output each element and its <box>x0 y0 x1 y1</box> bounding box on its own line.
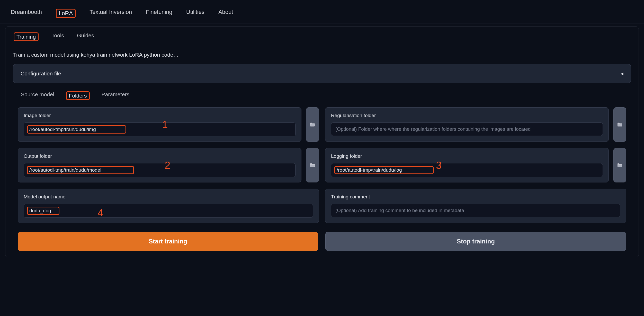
model-name-field: Model output name 4 <box>18 189 319 223</box>
reg-folder-input[interactable] <box>331 122 603 136</box>
training-comment-input[interactable] <box>331 204 620 217</box>
innertab-folders-highlight: Folders <box>66 91 90 100</box>
logging-folder-browse-button[interactable] <box>613 148 626 182</box>
folder-icon <box>617 163 623 168</box>
logging-folder-input[interactable] <box>335 167 433 173</box>
model-name-label: Model output name <box>24 194 313 200</box>
output-folder-field: Output folder 2 <box>18 148 301 182</box>
model-name-input[interactable] <box>28 207 59 214</box>
tab-lora-highlight: LoRA <box>56 9 76 18</box>
reg-folder-browse-button[interactable] <box>613 107 626 142</box>
config-file-accordion[interactable]: Configuration file ◀ <box>13 64 631 83</box>
logging-folder-highlight <box>334 166 434 174</box>
tab-lora[interactable]: LoRA <box>54 6 77 23</box>
config-file-label: Configuration file <box>21 71 61 77</box>
subtab-training-highlight: Training <box>14 32 39 41</box>
tab-about[interactable]: About <box>217 6 235 23</box>
folder-rows: Image folder 1 Regularisation folder <box>5 105 639 223</box>
output-folder-input[interactable] <box>28 167 133 173</box>
model-name-highlight <box>27 207 59 215</box>
inner-tabs: Source model Folders Parameters <box>5 83 639 105</box>
image-folder-highlight <box>27 125 126 134</box>
description-text: Train a custom model using kohya train n… <box>5 46 639 64</box>
stop-training-button[interactable]: Stop training <box>325 232 626 251</box>
innertab-parameters[interactable]: Parameters <box>100 90 131 101</box>
model-name-input-wrapper[interactable] <box>24 204 313 218</box>
innertab-source-model[interactable]: Source model <box>19 90 56 101</box>
action-buttons: Start training Stop training <box>5 229 639 251</box>
folder-icon <box>617 122 623 127</box>
image-folder-label: Image folder <box>24 113 296 118</box>
output-folder-highlight <box>27 166 134 174</box>
start-training-button[interactable]: Start training <box>18 232 318 251</box>
image-folder-group: Image folder 1 <box>18 107 319 142</box>
image-folder-input-wrapper[interactable] <box>24 122 296 136</box>
image-folder-input[interactable] <box>28 126 126 133</box>
tab-finetuning[interactable]: Finetuning <box>144 6 174 23</box>
collapse-icon: ◀ <box>621 72 623 76</box>
logging-folder-field: Logging folder 3 <box>325 148 609 182</box>
tab-utilities[interactable]: Utilities <box>185 6 206 23</box>
reg-folder-group: Regularisation folder <box>325 107 626 142</box>
output-folder-group: Output folder 2 <box>18 148 319 182</box>
logging-folder-input-wrapper[interactable] <box>331 163 603 177</box>
reg-folder-label: Regularisation folder <box>331 113 603 118</box>
image-folder-field: Image folder 1 <box>18 107 301 142</box>
innertab-folders[interactable]: Folders <box>65 90 91 101</box>
logging-folder-label: Logging folder <box>331 153 603 159</box>
top-tabs: Dreambooth LoRA Textual Inversion Finetu… <box>0 0 644 23</box>
row-2: Output folder 2 Logging folder <box>18 148 626 182</box>
folder-icon <box>310 122 315 127</box>
training-comment-label: Training comment <box>331 194 620 200</box>
output-folder-input-wrapper[interactable] <box>24 163 296 177</box>
subtab-training[interactable]: Training <box>13 31 40 42</box>
folder-icon <box>310 163 315 168</box>
training-comment-field: Training comment <box>325 189 626 223</box>
row-3: Model output name 4 Training comment <box>18 189 626 223</box>
subtab-tools[interactable]: Tools <box>50 31 65 42</box>
image-folder-browse-button[interactable] <box>306 107 319 142</box>
row-1: Image folder 1 Regularisation folder <box>18 107 626 142</box>
logging-folder-group: Logging folder 3 <box>325 148 626 182</box>
reg-folder-field: Regularisation folder <box>325 107 609 142</box>
output-folder-browse-button[interactable] <box>306 148 319 182</box>
tab-textual-inversion[interactable]: Textual Inversion <box>88 6 133 23</box>
output-folder-label: Output folder <box>24 153 296 159</box>
tab-dreambooth[interactable]: Dreambooth <box>9 6 43 23</box>
sub-tabs: Training Tools Guides <box>5 27 639 46</box>
subtab-guides[interactable]: Guides <box>76 31 95 42</box>
main-panel: Training Tools Guides Train a custom mod… <box>5 27 639 257</box>
